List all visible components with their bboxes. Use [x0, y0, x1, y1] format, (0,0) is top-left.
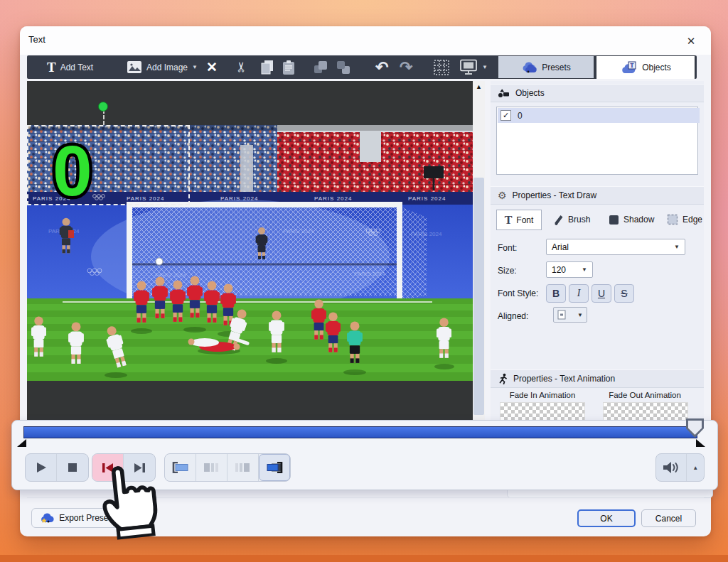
tab-objects[interactable]: T Objects [596, 55, 695, 79]
size-label: Size: [498, 266, 517, 276]
chevron-down-icon: ▼ [192, 64, 198, 70]
aligned-select[interactable]: ▼ [553, 307, 587, 323]
caret-up-icon: ▲ [692, 465, 698, 471]
redo-button[interactable]: ↷ [400, 55, 412, 79]
trim-start-marker[interactable] [17, 439, 26, 447]
display-mode-button[interactable]: ▼ [459, 55, 488, 79]
bring-forward-icon [313, 60, 328, 75]
bring-forward-button[interactable] [313, 55, 328, 79]
fade-in-label: Fade In Animation [496, 391, 589, 399]
size-value: 120 [552, 265, 566, 275]
cancel-button[interactable]: Cancel [641, 509, 696, 527]
monitor-icon [459, 59, 478, 75]
chevron-down-icon: ▼ [482, 64, 488, 70]
objects-section-header: Objects [491, 84, 704, 102]
step-back-icon [204, 463, 220, 472]
add-image-button[interactable]: Add Image ▼ [127, 55, 198, 79]
font-style-label: Font Style: [498, 288, 538, 298]
paste-button[interactable] [282, 55, 296, 79]
rotation-handle[interactable] [98, 102, 108, 112]
tab-edge[interactable]: Edge [667, 212, 702, 227]
stop-button[interactable] [57, 454, 88, 481]
edge-icon [667, 214, 678, 225]
strikethrough-button[interactable]: S [614, 284, 634, 303]
copy-icon [260, 60, 274, 75]
send-backward-button[interactable] [336, 55, 351, 79]
chevron-down-icon: ▼ [582, 266, 587, 273]
chevron-down-icon: ▼ [577, 312, 583, 318]
send-backward-icon [336, 60, 351, 75]
play-button[interactable] [26, 454, 57, 481]
tab-brush[interactable]: Brush [553, 212, 590, 227]
undo-button[interactable]: ↶ [375, 55, 388, 79]
step-forward-icon [235, 463, 251, 472]
text-tool-icon: T [47, 60, 56, 75]
grid-icon [434, 60, 449, 75]
text-draw-section-header: ⚙ Properties - Text Draw [491, 186, 704, 205]
grid-toggle-button[interactable] [434, 55, 449, 79]
font-select[interactable]: Arial ▼ [546, 239, 685, 255]
add-text-button[interactable]: T Add Text [47, 55, 93, 79]
copy-button[interactable] [260, 55, 274, 79]
volume-control: ▲ [655, 453, 705, 482]
shadow-icon [609, 215, 619, 225]
step-region-forward-button[interactable] [228, 454, 259, 481]
set-start-button[interactable] [165, 454, 196, 481]
paste-icon [282, 60, 296, 75]
step-region-back-button[interactable] [196, 454, 228, 481]
cut-button[interactable]: ✂ [230, 62, 253, 73]
tab-shadow[interactable]: Shadow [609, 212, 654, 227]
objects-list[interactable]: ✓ 0 [496, 107, 698, 175]
desktop-background: Text ✕ T Add Text Add Image ▼ ✕ ✂ [0, 0, 728, 562]
svg-text:T: T [630, 63, 634, 69]
underline-button[interactable]: U [592, 284, 611, 303]
export-cloud-icon [40, 512, 54, 524]
volume-button[interactable] [656, 454, 687, 481]
hand-cursor [91, 456, 160, 541]
delete-icon: ✕ [206, 59, 218, 75]
tab-presets[interactable]: Presets [498, 55, 594, 79]
align-center-icon [557, 310, 566, 320]
svg-text:PARIS 2024: PARIS 2024 [408, 195, 446, 202]
properties-panel: Objects ✓ 0 ⚙ Properties - Text Draw T F… [491, 81, 704, 421]
dialog-title: Text [28, 34, 46, 45]
undo-icon: ↶ [375, 58, 388, 77]
object-list-item[interactable]: ✓ 0 [498, 108, 700, 123]
italic-button[interactable]: I [569, 284, 589, 303]
font-tab-icon: T [505, 214, 513, 227]
checkbox-checked[interactable]: ✓ [500, 110, 511, 121]
volume-expand-button[interactable]: ▲ [687, 454, 704, 481]
play-icon [35, 461, 48, 474]
ok-button[interactable]: OK [577, 509, 636, 527]
preview-scrollbar-thumb[interactable] [473, 178, 484, 415]
size-select[interactable]: 120 ▼ [546, 261, 593, 278]
scroll-up-icon[interactable]: ▲ [473, 83, 485, 90]
delete-object-button[interactable]: ✕ [206, 55, 218, 79]
preview-canvas[interactable]: PARIS 2024 PARIS 2024 PARIS 2024 PARIS 2… [27, 81, 485, 424]
fade-out-preview[interactable] [603, 402, 688, 421]
timeline-track[interactable] [23, 426, 697, 438]
font-label: Font: [498, 243, 517, 253]
image-icon [127, 60, 142, 74]
text-animation-section-header: Properties - Text Animation [491, 369, 704, 388]
chevron-down-icon: ▼ [674, 244, 680, 250]
close-icon[interactable]: ✕ [682, 35, 700, 50]
object-item-label: 0 [518, 111, 523, 121]
fade-in-preview[interactable] [500, 402, 585, 421]
preview-scrollbar[interactable]: ▲ [473, 81, 485, 424]
text-object-selection-box[interactable] [27, 125, 190, 205]
bold-button[interactable]: B [546, 284, 566, 303]
trim-end-marker[interactable] [696, 439, 705, 447]
fade-out-label: Fade Out Animation [599, 391, 691, 399]
gear-icon: ⚙ [498, 190, 507, 200]
set-start-icon [172, 462, 189, 473]
set-end-icon [266, 462, 283, 473]
scissors-icon: ✂ [233, 62, 250, 73]
dialog-titlebar [20, 26, 711, 55]
running-man-icon [498, 373, 508, 384]
set-end-button[interactable] [259, 454, 290, 481]
trim-group [164, 453, 291, 482]
svg-text:PARIS 2024: PARIS 2024 [314, 195, 352, 202]
tab-font[interactable]: T Font [496, 210, 542, 230]
rotation-handle-line [103, 109, 105, 125]
